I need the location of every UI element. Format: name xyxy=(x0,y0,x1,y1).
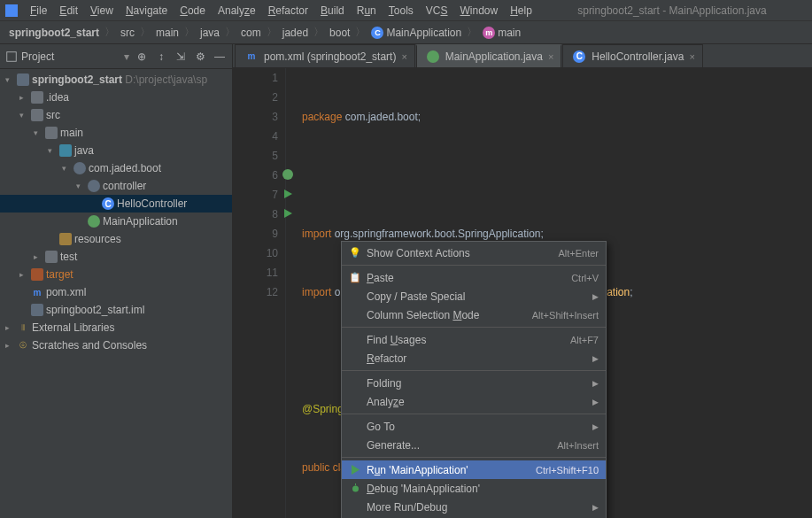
menu-item-debug-mainapplication[interactable]: Debug 'MainApplication' xyxy=(342,479,606,498)
breadcrumb-method[interactable]: mmain xyxy=(479,25,524,41)
chevron-right-icon: ▶ xyxy=(592,379,599,388)
tree-test[interactable]: ▸test xyxy=(0,248,232,266)
menu-vcs[interactable]: VCS xyxy=(421,3,453,19)
menu-view[interactable]: View xyxy=(85,3,119,19)
menu-refactor[interactable]: Refactor xyxy=(263,3,313,19)
bug-icon xyxy=(347,483,363,493)
breadcrumb-src[interactable]: src xyxy=(117,25,138,41)
menu-run[interactable]: Run xyxy=(352,3,382,19)
chevron-right-icon: ▶ xyxy=(592,422,599,431)
folder-icon xyxy=(31,109,43,121)
menu-item-refactor[interactable]: Refactor▶ xyxy=(342,349,606,367)
maven-icon: m xyxy=(31,286,43,298)
collapse-all-icon[interactable]: ⇲ xyxy=(174,50,188,64)
menu-item-label: Paste xyxy=(363,272,571,284)
chevron-right-icon: ▶ xyxy=(592,354,599,363)
class-icon: C xyxy=(573,50,585,63)
tree-main-application[interactable]: MainApplication xyxy=(0,213,232,230)
run-gutter-icon[interactable] xyxy=(282,188,294,200)
close-icon[interactable]: × xyxy=(401,51,406,62)
menu-item-run-mainapplication[interactable]: Run 'MainApplication'Ctrl+Shift+F10 xyxy=(342,460,606,479)
menu-edit[interactable]: Edit xyxy=(54,3,83,19)
chevron-right-icon: 〉 xyxy=(225,25,236,40)
menu-item-go-to[interactable]: Go To▶ xyxy=(342,417,606,436)
svg-point-5 xyxy=(352,486,359,492)
menu-separator xyxy=(342,457,606,458)
dropdown-icon[interactable]: ▾ xyxy=(124,50,129,63)
menu-help[interactable]: Help xyxy=(505,3,537,19)
tree-iml[interactable]: springboot2_start.iml xyxy=(0,301,232,319)
chevron-right-icon: ▸ xyxy=(5,323,14,332)
spring-gutter-icon[interactable] xyxy=(282,168,294,181)
breadcrumb-java[interactable]: java xyxy=(197,25,223,41)
menu-separator xyxy=(342,370,606,371)
tree-resources[interactable]: resources xyxy=(0,230,232,248)
menu-item-find-usages[interactable]: Find UsagesAlt+F7 xyxy=(342,330,606,349)
menu-analyze[interactable]: Analyze xyxy=(213,3,261,19)
tab-pom[interactable]: mpom.xml (springboot2_start)× xyxy=(235,44,415,67)
menu-item-generate[interactable]: Generate...Alt+Insert xyxy=(342,436,606,454)
tree-pom[interactable]: mpom.xml xyxy=(0,283,232,301)
breadcrumb-main[interactable]: main xyxy=(152,25,182,41)
tree-idea[interactable]: ▸.idea xyxy=(0,89,232,106)
class-icon: C xyxy=(102,197,114,210)
breadcrumb-root[interactable]: springboot2_start xyxy=(5,25,103,41)
select-opened-file-icon[interactable]: ⊕ xyxy=(135,50,149,64)
menu-item-more-run-debug[interactable]: More Run/Debug▶ xyxy=(342,498,606,516)
menu-file[interactable]: File xyxy=(25,3,52,19)
tab-hello-controller[interactable]: CHelloController.java× xyxy=(562,44,703,67)
svg-marker-4 xyxy=(352,465,360,475)
menu-item-paste[interactable]: 📋PasteCtrl+V xyxy=(342,268,606,287)
run-icon xyxy=(347,465,363,475)
menu-item-label: Run 'MainApplication' xyxy=(363,464,536,476)
menu-navigate[interactable]: Navigate xyxy=(120,3,173,19)
tree-src[interactable]: ▾src xyxy=(0,106,232,124)
tree-hello-controller[interactable]: CHelloController xyxy=(0,195,232,213)
menu-item-folding[interactable]: Folding▶ xyxy=(342,374,606,392)
breadcrumb-boot[interactable]: boot xyxy=(326,25,353,41)
source-folder-icon xyxy=(59,144,72,157)
menu-build[interactable]: Build xyxy=(315,3,350,19)
menu-tools[interactable]: Tools xyxy=(383,3,419,19)
spring-icon xyxy=(427,50,439,63)
tree-root[interactable]: ▾springboot2_start D:\project\java\sp xyxy=(0,71,232,89)
breadcrumb-class[interactable]: CMainApplication xyxy=(367,25,465,41)
chevron-right-icon: ▸ xyxy=(19,270,28,279)
tree-package[interactable]: ▾com.jaded.boot xyxy=(0,159,232,177)
tree-target[interactable]: ▸target xyxy=(0,266,232,283)
menu-item-label: Go To xyxy=(363,421,592,433)
menu-window[interactable]: Window xyxy=(454,3,503,19)
tree-scratches[interactable]: ▸⦾Scratches and Consoles xyxy=(0,336,232,354)
chevron-down-icon: ▾ xyxy=(62,164,71,173)
tab-main-application[interactable]: MainApplication.java× xyxy=(416,44,562,67)
folder-icon xyxy=(45,251,58,263)
breadcrumb-jaded[interactable]: jaded xyxy=(279,25,312,41)
project-tree[interactable]: ▾springboot2_start D:\project\java\sp ▸.… xyxy=(0,69,232,518)
menu-item-column-selection-mode[interactable]: Column Selection ModeAlt+Shift+Insert xyxy=(342,305,606,324)
menu-code[interactable]: Code xyxy=(174,3,211,19)
editor-gutter[interactable]: 1 2 3 4 5 6 7 8 9 10 11 12 xyxy=(233,68,286,518)
svg-rect-0 xyxy=(7,51,17,61)
run-gutter-icon[interactable] xyxy=(282,207,294,220)
tree-controller[interactable]: ▾controller xyxy=(0,177,232,195)
close-icon[interactable]: × xyxy=(689,51,694,62)
menu-item-analyze[interactable]: Analyze▶ xyxy=(342,392,606,411)
breadcrumb-com[interactable]: com xyxy=(237,25,265,41)
menu-item-label: Folding xyxy=(363,377,592,390)
menu-item-show-context-actions[interactable]: 💡Show Context ActionsAlt+Enter xyxy=(342,244,606,262)
tree-main[interactable]: ▾main xyxy=(0,124,232,142)
menu-bar: File Edit View Navigate Code Analyze Ref… xyxy=(25,3,537,19)
chevron-right-icon: ▸ xyxy=(19,93,28,102)
chevron-right-icon: 〉 xyxy=(267,25,277,40)
expand-all-icon[interactable]: ↕ xyxy=(154,50,168,64)
resources-folder-icon xyxy=(59,233,72,245)
tree-java[interactable]: ▾java xyxy=(0,142,232,159)
hide-icon[interactable]: — xyxy=(213,50,227,64)
menu-item-copy-paste-special[interactable]: Copy / Paste Special▶ xyxy=(342,287,606,305)
menu-separator xyxy=(342,327,606,328)
class-icon: C xyxy=(371,27,383,39)
project-sidebar: Project ▾ ⊕ ↕ ⇲ ⚙ — ▾springboot2_start D… xyxy=(0,44,233,518)
settings-icon[interactable]: ⚙ xyxy=(193,50,207,64)
tree-external-libraries[interactable]: ▸⫴External Libraries xyxy=(0,319,232,336)
close-icon[interactable]: × xyxy=(548,51,553,62)
